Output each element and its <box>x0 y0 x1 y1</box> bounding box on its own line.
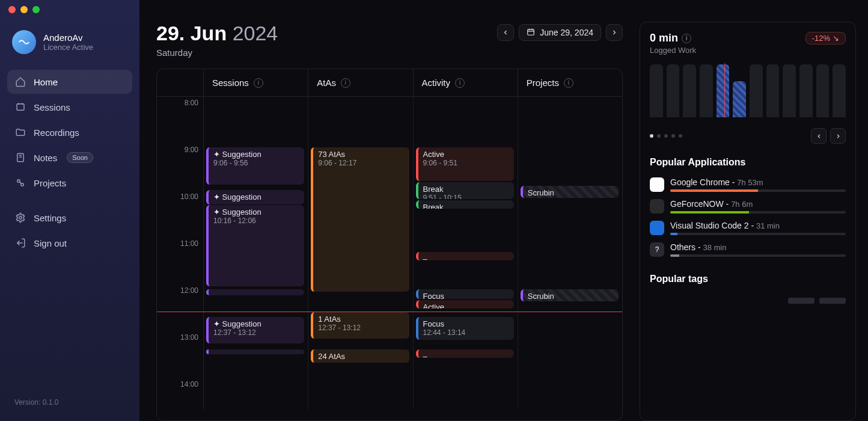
gear-icon <box>14 212 26 224</box>
hour-label: 13:00 <box>180 333 198 342</box>
sidebar-item-home[interactable]: Home <box>7 70 132 94</box>
prev-day-button[interactable] <box>497 24 514 41</box>
column-label: Projects <box>527 78 559 88</box>
popular-apps-title: Popular Applications <box>650 157 846 168</box>
event-title: – <box>423 254 509 260</box>
app-usage-bar <box>670 254 846 257</box>
timeline-column-projects: ScrubinScrubin <box>518 97 622 410</box>
timeline-event[interactable]: Focus <box>416 289 514 299</box>
timeline-event[interactable]: Scrubin <box>521 186 619 198</box>
event-title: 1 AtAs <box>318 315 404 324</box>
soon-badge: Soon <box>67 152 93 163</box>
app-name: GeForceNOW - <box>670 199 731 209</box>
column-header-atas: AtAs i <box>308 69 413 96</box>
event-title: Break <box>423 185 509 194</box>
timeline-event[interactable]: ✦ Suggestion10:16 - 12:06 <box>206 205 304 286</box>
timeline-event[interactable]: Break9:51 - 10:15 <box>416 182 514 199</box>
delta-badge: -12% ↘ <box>805 32 846 45</box>
app-row[interactable]: ?Others - 38 min <box>650 239 846 260</box>
info-icon[interactable]: i <box>254 78 263 88</box>
timeline-event[interactable] <box>206 289 304 295</box>
page-title: 29. Jun 2024 <box>156 22 278 45</box>
sidebar-item-label: Sessions <box>34 102 70 112</box>
app-row[interactable]: Google Chrome - 7h 53m <box>650 174 846 195</box>
timeline-event[interactable]: Active <box>416 300 514 309</box>
timeline-event[interactable]: Break <box>416 200 514 209</box>
hour-label: 14:00 <box>180 380 198 389</box>
timeline-column-atas: 73 AtAs9:06 - 12:171 AtAs12:37 - 13:1224… <box>308 97 413 410</box>
right-panel: 0 min i Logged Work -12% ↘ <box>640 22 856 421</box>
timeline-event[interactable]: ✦ Suggestion9:06 - 9:56 <box>206 147 304 185</box>
info-icon[interactable]: i <box>564 78 573 88</box>
app-name: Visual Studio Code 2 - <box>670 221 756 230</box>
event-time: 9:06 - 9:51 <box>423 159 509 167</box>
app-duration: 7h 6m <box>731 200 753 209</box>
sidebar-item-label: Sign out <box>34 238 67 248</box>
column-label: Activity <box>422 78 451 88</box>
title-day-month: 29. Jun <box>156 22 227 45</box>
event-title: – <box>423 352 509 358</box>
app-text: Visual Studio Code 2 - 31 min <box>670 221 846 235</box>
timeline-body[interactable]: 8:009:0010:0011:0012:0013:0014:00 ✦ Sugg… <box>157 97 622 410</box>
sidebar-item-sessions[interactable]: Sessions <box>7 95 132 119</box>
app-icon <box>650 199 664 214</box>
current-time-line <box>157 312 622 312</box>
sidebar-item-notes[interactable]: Notes Soon <box>7 146 132 170</box>
sidebar-item-label: Home <box>34 77 58 87</box>
chart-prev-button[interactable] <box>811 128 827 144</box>
timeline-event[interactable]: Focus12:44 - 13:14 <box>416 317 514 340</box>
maximize-window-icon[interactable] <box>32 6 40 13</box>
app-duration: 38 min <box>703 243 726 252</box>
event-time: 12:37 - 13:12 <box>318 324 404 332</box>
column-header-projects: Projects i <box>518 69 622 96</box>
timeline-event[interactable]: – <box>416 349 514 358</box>
event-title: Scrubin <box>528 292 614 301</box>
close-window-icon[interactable] <box>8 6 16 13</box>
app-icon: ? <box>650 242 664 257</box>
event-time: 9:06 - 9:56 <box>213 159 299 167</box>
timeline-event[interactable]: ✦ Suggestion <box>206 190 304 204</box>
sidebar-item-label: Projects <box>34 178 66 188</box>
sidebar-item-settings[interactable]: Settings <box>7 206 132 230</box>
info-icon[interactable]: i <box>341 78 350 88</box>
pagination-dots <box>650 134 682 138</box>
timeline-event[interactable]: ✦ Suggestion12:37 - 13:12 <box>206 317 304 343</box>
timeline-event[interactable]: 73 AtAs9:06 - 12:17 <box>311 147 409 292</box>
app-usage-bar <box>670 211 846 214</box>
sidebar-item-projects[interactable]: Projects <box>7 171 132 195</box>
sidebar-item-signout[interactable]: Sign out <box>7 231 132 255</box>
event-title: Focus <box>423 319 509 328</box>
timeline-event[interactable]: 1 AtAs12:37 - 13:12 <box>311 312 409 339</box>
timeline-event[interactable]: – <box>416 252 514 260</box>
event-time: 10:16 - 12:06 <box>213 217 299 225</box>
info-icon[interactable]: i <box>455 78 465 88</box>
event-time: 9:06 - 12:17 <box>318 159 404 167</box>
timeline-event[interactable]: 24 AtAs <box>311 349 409 363</box>
app-text: Others - 38 min <box>670 242 846 257</box>
timeline-event[interactable]: Active9:06 - 9:51 <box>416 147 514 181</box>
svg-point-4 <box>19 217 22 220</box>
app-usage-bar <box>670 189 846 192</box>
popular-tags-title: Popular tags <box>650 274 846 284</box>
event-title: 73 AtAs <box>318 150 404 159</box>
event-title: ✦ Suggestion <box>213 207 299 217</box>
title-year: 2024 <box>233 22 278 45</box>
nav: Home Sessions Recordings Notes Soon Proj… <box>7 70 132 255</box>
next-day-button[interactable] <box>606 24 623 41</box>
timeline-event[interactable]: Scrubin <box>521 289 619 301</box>
profile-block[interactable]: AnderoAv Licence Active <box>7 25 132 59</box>
info-icon[interactable]: i <box>682 34 691 43</box>
avatar <box>12 30 36 54</box>
app-row[interactable]: GeForceNOW - 7h 6m <box>650 195 846 217</box>
event-title: Scrubin <box>528 188 614 197</box>
app-icon <box>650 177 664 192</box>
minimize-window-icon[interactable] <box>20 6 28 13</box>
chart-next-button[interactable] <box>830 128 846 144</box>
column-label: AtAs <box>317 78 336 88</box>
timeline-event[interactable] <box>206 349 304 354</box>
date-picker-button[interactable]: June 29, 2024 <box>519 24 601 41</box>
home-icon <box>14 76 26 88</box>
sidebar-item-recordings[interactable]: Recordings <box>7 120 132 144</box>
timeline: Sessions i AtAs i Activity i Projects i <box>156 69 623 421</box>
app-row[interactable]: Visual Studio Code 2 - 31 min <box>650 217 846 239</box>
